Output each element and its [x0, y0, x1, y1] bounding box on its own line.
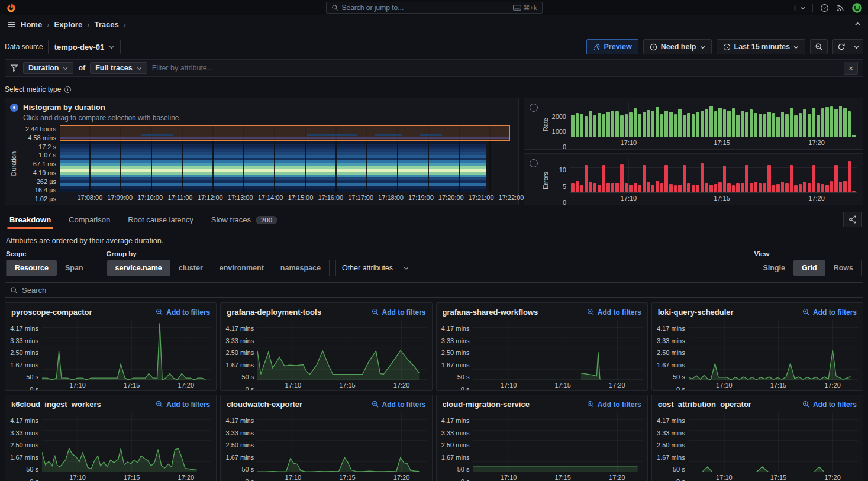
heatmap-y-ticks: 2.44 hours4.58 mins17.2 s1.07 s67.1 ms4.… — [18, 125, 60, 202]
view-option-rows[interactable]: Rows — [825, 260, 861, 276]
preview-label: Preview — [604, 43, 632, 51]
mini-chart-plot[interactable] — [473, 320, 643, 380]
mini-chart-x-tick: 17:20 — [393, 382, 410, 389]
user-avatar[interactable] — [852, 3, 862, 13]
errors-radio[interactable] — [530, 159, 538, 167]
breadcrumb: Home › Explore › Traces › — [21, 20, 126, 29]
mini-chart-plot[interactable] — [42, 412, 211, 472]
rate-bar — [620, 115, 624, 137]
mega-menu-toggle[interactable] — [7, 20, 16, 29]
mini-chart-x-ticks: 17:1017:1517:20 — [689, 380, 858, 389]
news-button[interactable] — [836, 4, 845, 12]
mini-chart-y-tick: 1.67 mins — [657, 454, 685, 461]
histogram-radio[interactable] — [10, 104, 18, 112]
mini-chart-y-tick: 50 s — [241, 373, 254, 380]
rate-bar — [589, 111, 592, 137]
mini-chart-x-ticks: 17:1017:1517:20 — [473, 472, 643, 481]
time-range-picker[interactable]: Last 15 minutes — [717, 39, 805, 54]
breakdown-search-input[interactable] — [22, 286, 858, 295]
global-search[interactable]: ⌘+k — [326, 2, 543, 14]
errors-chart[interactable]: Errors051017:1017:1517:20 — [542, 159, 857, 202]
rate-radio[interactable] — [530, 104, 538, 112]
groupby-option-environment[interactable]: environment — [211, 260, 272, 276]
scope-option-span[interactable]: Span — [57, 260, 92, 276]
rate-bar — [585, 116, 588, 137]
refresh-button[interactable] — [832, 39, 850, 54]
keyboard-icon — [513, 5, 521, 11]
other-attributes-select[interactable]: Other attributes — [335, 260, 415, 276]
mini-chart-x-ticks: 17:1017:1517:20 — [42, 472, 211, 481]
mini-chart-y-tick: 0 s — [246, 478, 254, 481]
service-panel-title: cloud-migration-service — [443, 400, 530, 409]
tab-slow-traces[interactable]: Slow traces 200 — [208, 211, 281, 230]
errors-bar — [634, 183, 637, 192]
collapse-header-button[interactable] — [854, 22, 861, 27]
breakdown-search[interactable] — [5, 282, 863, 298]
add-to-filters-button[interactable]: Add to filters — [156, 308, 210, 317]
duration-heatmap[interactable]: Duration 2.44 hours4.58 mins17.2 s1.07 s… — [10, 125, 511, 202]
view-option-grid[interactable]: Grid — [793, 260, 825, 276]
help-button[interactable]: ? — [820, 4, 829, 12]
mini-chart-x-tick: 17:20 — [178, 474, 195, 481]
rate-chart[interactable]: Rate01000200017:1017:1517:20 — [542, 103, 857, 147]
breadcrumb-explore[interactable]: Explore — [54, 20, 82, 29]
global-search-input[interactable] — [342, 4, 509, 12]
add-to-filters-button[interactable]: Add to filters — [802, 401, 857, 409]
info-circle-icon[interactable] — [64, 86, 72, 93]
errors-bar — [812, 165, 816, 192]
clear-filters-button[interactable]: × — [844, 62, 858, 75]
refresh-interval-button[interactable] — [850, 39, 863, 54]
bar-chart-plot[interactable] — [570, 103, 857, 137]
attribute-filter-input[interactable] — [152, 64, 839, 72]
mini-chart-plot[interactable] — [689, 320, 858, 380]
scope-option-resource[interactable]: Resource — [7, 260, 57, 276]
mini-chart-y-tick: 1.67 mins — [441, 361, 470, 369]
add-button[interactable] — [791, 4, 805, 12]
service-panel-grafana-shared-workflows: grafana-shared-workflowsAdd to filters4.… — [436, 302, 648, 391]
bar-chart-x-tick: 17:10 — [621, 195, 637, 202]
rate-bar — [736, 115, 740, 137]
heatmap-plot[interactable] — [60, 125, 511, 192]
share-button[interactable] — [843, 212, 862, 227]
tab-comparison[interactable]: Comparison — [65, 211, 114, 230]
breadcrumb-traces[interactable]: Traces — [95, 20, 119, 29]
add-to-filters-button[interactable]: Add to filters — [802, 308, 857, 317]
datasource-select[interactable]: tempo-dev-01 — [48, 40, 121, 54]
rate-bar — [580, 114, 583, 137]
need-help-button[interactable]: Need help — [643, 39, 712, 54]
heatmap-selection[interactable] — [60, 125, 510, 141]
duration-filter-select[interactable]: Duration — [23, 62, 73, 74]
breadcrumb-home[interactable]: Home — [21, 20, 42, 29]
mini-chart-y-ticks: 4.17 mins3.33 mins2.50 mins1.67 mins50 s… — [8, 412, 42, 481]
view-segmented: Single Grid Rows — [754, 260, 862, 276]
add-to-filters-button[interactable]: Add to filters — [372, 401, 426, 409]
heatmap-y-axis-label: Duration — [10, 151, 17, 176]
add-to-filters-button[interactable]: Add to filters — [372, 308, 426, 317]
mini-chart-x-tick: 17:10 — [285, 474, 302, 481]
mini-chart-plot[interactable] — [257, 320, 427, 380]
zoom-out-button[interactable] — [810, 39, 828, 54]
add-to-filters-button[interactable]: Add to filters — [587, 401, 641, 409]
rate-bar — [687, 113, 690, 137]
groupby-option-service-name[interactable]: service.name — [107, 260, 170, 276]
refresh-split-button — [832, 39, 863, 54]
bar-chart-plot[interactable] — [570, 159, 857, 193]
grafana-logo[interactable] — [6, 2, 17, 13]
mini-chart-plot[interactable] — [473, 412, 643, 472]
mini-chart-x-ticks: 17:1017:1517:20 — [257, 472, 427, 481]
groupby-option-cluster[interactable]: cluster — [170, 260, 211, 276]
tab-breakdown[interactable]: Breakdown — [6, 211, 54, 230]
add-to-filters-button[interactable]: Add to filters — [156, 401, 210, 409]
mini-chart-y-tick: 4.17 mins — [441, 325, 470, 332]
preview-button[interactable]: Preview — [586, 39, 638, 54]
mini-chart-plot[interactable] — [257, 412, 427, 472]
mini-chart-plot[interactable] — [689, 412, 858, 472]
trace-type-select[interactable]: Full traces — [90, 62, 147, 74]
rate-bar — [790, 108, 793, 137]
mini-chart-plot[interactable] — [42, 320, 211, 380]
groupby-option-namespace[interactable]: namespace — [272, 260, 329, 276]
view-option-single[interactable]: Single — [754, 260, 793, 276]
add-to-filters-button[interactable]: Add to filters — [587, 308, 641, 317]
tab-root-cause-latency[interactable]: Root cause latency — [124, 211, 197, 230]
mini-chart-y-tick: 50 s — [673, 373, 685, 380]
